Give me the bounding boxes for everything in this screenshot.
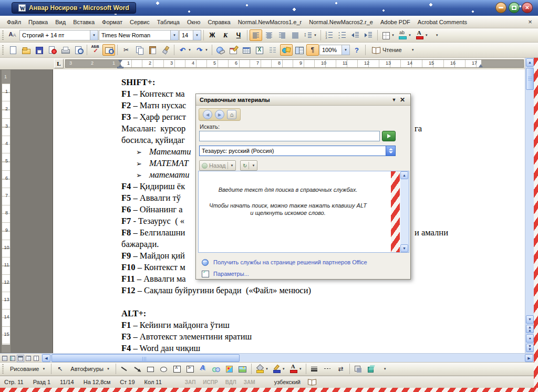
scroll-up-button[interactable]: ▲ (526, 58, 534, 67)
scope-dropdown-icon[interactable] (386, 146, 395, 156)
results-scrollbar[interactable]: ▲ ▼ (400, 171, 409, 252)
menu-item-normal-newmacros1-e-r[interactable]: Normal.NewMacros1.e_r (234, 17, 306, 27)
pane-menu-icon[interactable]: ▼ (390, 97, 398, 102)
scroll-right-button[interactable]: ▶ (525, 354, 533, 362)
get-services-link[interactable]: Получить службы на странице решений парт… (201, 258, 367, 266)
save-button[interactable] (33, 44, 45, 56)
nav-back-button[interactable]: ◀ (203, 110, 212, 119)
menu-item-вид[interactable]: Вид (51, 17, 69, 27)
3d-style-button[interactable] (365, 363, 378, 375)
document-map-button[interactable] (293, 44, 306, 56)
toolbar-grip[interactable] (2, 30, 4, 40)
read-mode-button[interactable]: Чтение (368, 44, 406, 56)
menu-item-сервис[interactable]: Сервис (126, 17, 153, 27)
scroll-down-icon[interactable]: ▼ (400, 244, 408, 252)
status-language[interactable]: узбекский (274, 379, 301, 385)
menu-item-adobe-pdf[interactable]: Adobe PDF (377, 17, 414, 27)
font-color-button[interactable]: А▼ (287, 363, 304, 375)
spelling-status-icon[interactable] (308, 378, 317, 386)
align-center-button[interactable] (263, 29, 275, 41)
pane-close-icon[interactable]: ✕ (398, 96, 407, 104)
line-spacing-button[interactable]: ↕▼ (302, 29, 318, 41)
status-flag-зам[interactable]: ЗАМ (244, 379, 255, 385)
bullet-list-button[interactable]: • • • (336, 29, 349, 41)
window-title-chip[interactable]: W Анвар Носиров - Microsoft Word (12, 2, 136, 14)
scroll-left-button[interactable]: ◀ (42, 354, 50, 362)
open-button[interactable] (19, 44, 32, 56)
scroll-up-icon[interactable]: ▲ (400, 171, 408, 179)
autoshapes-menu-button[interactable]: Автофигуры▼ (67, 363, 113, 375)
toolbar-options-button[interactable]: ▼ (430, 29, 443, 41)
text-box-button[interactable] (171, 363, 183, 375)
decrease-indent-button[interactable] (349, 29, 362, 41)
reading-view-button[interactable] (33, 355, 40, 362)
borders-button[interactable]: ▼ (380, 29, 396, 41)
font-size-combo[interactable]: 14 ▼ (179, 30, 201, 40)
start-search-button[interactable] (382, 131, 396, 141)
maximize-button[interactable] (509, 2, 520, 13)
bold-button[interactable]: Ж (206, 29, 219, 41)
search-scope-combo[interactable]: Тезаурус: русский (Россия) (199, 146, 396, 156)
toolbar-grip[interactable] (2, 45, 4, 55)
menu-item-файл[interactable]: Файл (3, 17, 25, 27)
arrow-style-button[interactable]: ⇄ (335, 363, 347, 375)
print-button[interactable] (59, 44, 71, 56)
align-right-button[interactable] (276, 29, 288, 41)
close-button[interactable]: ✕ (522, 2, 533, 13)
help-button[interactable]: ? (350, 44, 363, 56)
vertical-scrollbar[interactable]: ▲ ▼ ▲▲ ● ▼▼ (525, 58, 534, 353)
line-tool-button[interactable] (118, 363, 131, 375)
underline-button[interactable]: Ч (232, 29, 245, 41)
web-layout-view-button[interactable] (9, 355, 16, 362)
select-browse-object-button[interactable]: ● (526, 334, 534, 343)
show-paragraph-marks-button[interactable]: ¶ (306, 44, 319, 56)
align-left-button[interactable] (250, 29, 262, 41)
redo-button[interactable]: ↷▼ (193, 44, 210, 56)
wordart-button[interactable] (197, 363, 210, 375)
status-flag-зап[interactable]: ЗАП (185, 379, 196, 385)
refresh-results-button[interactable]: ↻ ▼ (240, 160, 257, 171)
style-combo[interactable]: Строгий + 14 пт ▼ (19, 30, 98, 40)
menubar-close-icon[interactable]: × (525, 18, 535, 26)
right-indent-marker[interactable] (479, 64, 483, 67)
status-flag-вдл[interactable]: ВДЛ (225, 379, 236, 385)
menu-item-normal-newmacros2-r-e[interactable]: Normal.NewMacros2.r_e (305, 17, 377, 27)
shadow-style-button[interactable] (352, 363, 365, 375)
dropdown-arrow-icon[interactable]: ▼ (170, 30, 178, 40)
line-style-button[interactable] (308, 363, 321, 375)
minimize-button[interactable] (495, 2, 506, 13)
previous-page-button[interactable]: ▲▲ (526, 325, 534, 333)
research-options-link[interactable]: Параметры... (201, 270, 249, 278)
drawing-button[interactable] (280, 44, 293, 56)
permission-button[interactable] (46, 44, 58, 56)
first-line-indent-marker[interactable] (118, 60, 122, 63)
select-objects-button[interactable]: ↖ (54, 363, 66, 375)
print-layout-view-button[interactable] (17, 355, 24, 362)
menu-item-правка[interactable]: Правка (25, 17, 51, 27)
menu-item-справка[interactable]: Справка (204, 17, 234, 27)
dropdown-arrow-icon[interactable]: ▼ (193, 30, 201, 40)
toolbar-options-button[interactable]: ▼ (378, 363, 391, 375)
increase-indent-button[interactable] (363, 29, 375, 41)
justify-button[interactable] (289, 29, 302, 41)
outline-view-button[interactable] (25, 355, 32, 362)
toolbar-grip[interactable] (2, 364, 4, 374)
dropdown-arrow-icon[interactable]: ▼ (90, 30, 98, 40)
cut-button[interactable]: ✂ (120, 44, 132, 56)
left-indent-marker[interactable] (117, 67, 123, 68)
insert-picture-button[interactable] (236, 363, 249, 375)
fill-color-button[interactable]: ▼ (254, 363, 270, 375)
styles-and-formatting-button[interactable]: А (6, 29, 19, 41)
paste-button[interactable] (146, 44, 159, 56)
insert-table-button[interactable] (241, 44, 253, 56)
new-document-button[interactable] (6, 44, 19, 56)
horizontal-scroll-thumb[interactable] (51, 354, 240, 362)
columns-button[interactable] (267, 44, 280, 56)
spelling-button[interactable]: АБВ (89, 44, 102, 56)
font-color-button[interactable]: А▼ (413, 29, 430, 41)
research-button[interactable] (102, 44, 115, 56)
arrow-tool-button[interactable] (131, 363, 144, 375)
italic-button[interactable]: К (219, 29, 232, 41)
tables-and-borders-button[interactable] (227, 44, 240, 56)
diagram-button[interactable] (210, 363, 223, 375)
